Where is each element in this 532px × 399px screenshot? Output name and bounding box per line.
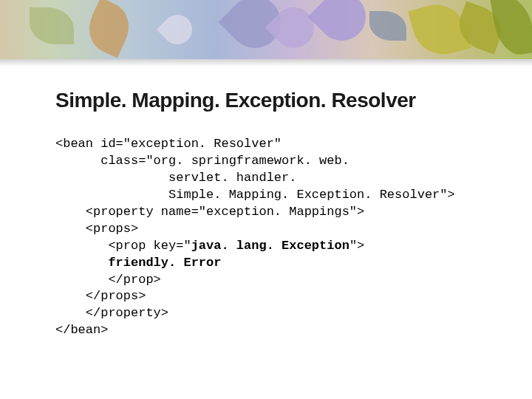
code-line: <props> (55, 222, 138, 236)
decorative-floral-banner (0, 0, 532, 59)
code-line-part: <prop key=" (55, 239, 191, 253)
code-line-part: "> (349, 239, 364, 253)
code-line: <property name="exception. Mappings"> (55, 205, 364, 219)
slide-content: Simple. Mapping. Exception. Resolver <be… (0, 66, 532, 339)
code-line: class="org. springframework. web. (55, 154, 349, 168)
code-line: Simple. Mapping. Exception. Resolver"> (55, 188, 455, 202)
banner-drop-shadow (0, 59, 532, 66)
code-line: </prop> (55, 273, 161, 287)
code-line: servlet. handler. (55, 171, 296, 185)
code-emphasis: friendly. Error (55, 256, 221, 270)
slide-title: Simple. Mapping. Exception. Resolver (55, 89, 488, 112)
code-line: </props> (55, 289, 146, 303)
code-emphasis: java. lang. Exception (191, 239, 349, 253)
code-line: </property> (55, 306, 168, 320)
code-line: </bean> (55, 323, 108, 337)
code-block: <bean id="exception. Resolver" class="or… (55, 136, 488, 339)
code-line: <bean id="exception. Resolver" (55, 137, 282, 151)
